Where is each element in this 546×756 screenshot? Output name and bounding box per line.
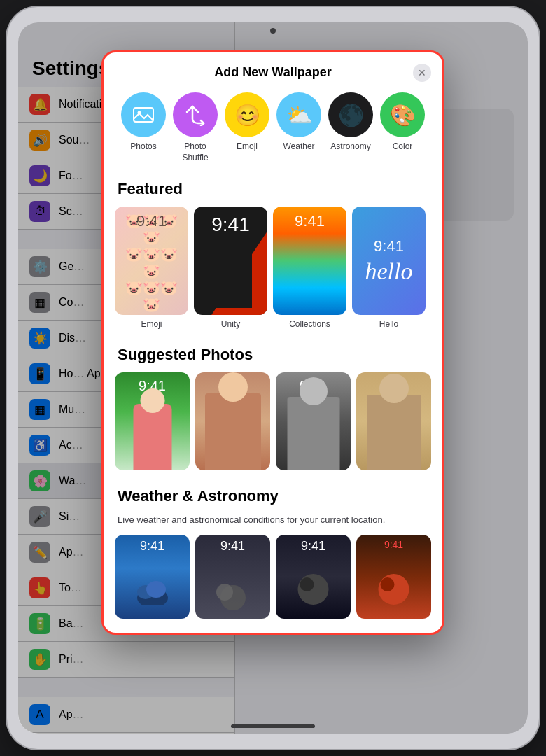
weather-time-3: 9:41: [276, 535, 351, 554]
modal-overlay: Add New Wallpaper ✕ Photos: [18, 22, 528, 734]
color-type-icon: 🎨: [380, 92, 425, 137]
featured-thumb-hello: 9:41 hello: [352, 206, 426, 315]
weather-item-2[interactable]: 9:41: [195, 535, 270, 619]
photo-preview-2: 9:41: [195, 372, 270, 470]
collections-preview: 9:41: [273, 206, 346, 315]
suggested-thumb-3: 9:41: [276, 372, 351, 470]
suggested-thumb-1: 9:41: [115, 372, 190, 470]
featured-thumb-collections: 9:41: [273, 206, 346, 315]
weather-time-2: 9:41: [195, 535, 270, 554]
featured-thumb-unity: 9:41: [194, 206, 267, 315]
weather-type-label: Weather: [283, 141, 314, 153]
weather-item-1[interactable]: 9:41: [115, 535, 190, 619]
modal-title: Add New Wallpaper: [214, 65, 331, 80]
svg-point-10: [380, 578, 394, 592]
hello-preview: 9:41 hello: [352, 206, 426, 315]
weather-section-title: Weather & Astronomy: [104, 482, 442, 514]
weather-item-3[interactable]: 9:41: [276, 535, 351, 619]
wallpaper-type-photo-shuffle[interactable]: PhotoShuffle: [173, 92, 218, 163]
featured-label-unity: Unity: [221, 319, 240, 329]
unity-wallpaper-preview: 9:41: [194, 206, 267, 315]
featured-label-emoji: Emoji: [141, 319, 162, 329]
astronomy-type-icon: 🌑: [328, 92, 373, 137]
featured-thumb-emoji: 🐷🐷🐷🐷🐷🐷🐷🐷🐷🐷🐷🐷🐷🐷🐷🐷🐷🐷🐷🐷 9:41: [115, 206, 188, 315]
suggested-item-1[interactable]: 9:41: [115, 372, 190, 470]
suggested-grid: 9:41 9:41: [104, 372, 442, 482]
camera-dot: [270, 28, 276, 34]
wallpaper-type-color[interactable]: 🎨 Color: [380, 92, 425, 163]
weather-preview-3: 9:41: [276, 535, 351, 619]
add-wallpaper-modal: Add New Wallpaper ✕ Photos: [102, 50, 444, 635]
weather-thumb-3: 9:41: [276, 535, 351, 619]
ipad-screen: Settings 🔔 Notifications 🔊 Sou… 🌙 Fo…: [18, 22, 528, 734]
suggested-thumb-2: 9:41: [195, 372, 270, 470]
wallpaper-types: Photos PhotoShuffle 😊 Emoji ⛅ We: [104, 85, 442, 174]
svg-point-4: [146, 581, 166, 598]
weather-preview-2: 9:41: [195, 535, 270, 619]
weather-thumb-1: 9:41: [115, 535, 190, 619]
hello-time: 9:41: [374, 237, 404, 255]
featured-item-collections[interactable]: 9:41 Collections: [273, 206, 346, 329]
unity-time: 9:41: [194, 214, 267, 236]
modal-header: Add New Wallpaper ✕: [104, 52, 442, 85]
featured-item-emoji[interactable]: 🐷🐷🐷🐷🐷🐷🐷🐷🐷🐷🐷🐷🐷🐷🐷🐷🐷🐷🐷🐷 9:41 Emoji: [115, 206, 188, 329]
astronomy-type-label: Astronomy: [330, 141, 370, 153]
modal-close-button[interactable]: ✕: [413, 64, 431, 82]
weather-grid: 9:41 9:41: [104, 535, 442, 633]
photos-type-label: Photos: [130, 141, 156, 153]
wallpaper-type-emoji[interactable]: 😊 Emoji: [225, 92, 270, 163]
weather-subtitle: Live weather and astronomical conditions…: [104, 514, 442, 535]
home-indicator: [231, 724, 315, 728]
photo-preview-4: 9:41: [356, 372, 431, 470]
color-type-label: Color: [393, 141, 413, 153]
hello-text: hello: [365, 258, 413, 285]
suggested-item-2[interactable]: 9:41: [195, 372, 270, 470]
weather-time-4: 9:41: [356, 535, 431, 550]
photo-preview-3: 9:41: [276, 372, 351, 470]
weather-preview-1: 9:41: [115, 535, 190, 619]
emoji-type-icon: 😊: [225, 92, 270, 137]
svg-point-8: [300, 578, 314, 592]
suggested-thumb-4: 9:41: [356, 372, 431, 470]
ipad-frame: Settings 🔔 Notifications 🔊 Sou… 🌙 Fo…: [7, 7, 539, 749]
weather-thumb-2: 9:41: [195, 535, 270, 619]
featured-item-unity[interactable]: 9:41 Unity: [194, 206, 267, 329]
emoji-type-label: Emoji: [237, 141, 258, 153]
weather-thumb-4: 9:41: [356, 535, 431, 619]
weather-type-icon: ⛅: [276, 92, 321, 137]
photo-preview-1: 9:41: [115, 372, 190, 470]
photos-type-icon: [121, 92, 166, 137]
featured-grid: 🐷🐷🐷🐷🐷🐷🐷🐷🐷🐷🐷🐷🐷🐷🐷🐷🐷🐷🐷🐷 9:41 Emoji: [104, 206, 442, 340]
featured-label-collections: Collections: [289, 319, 330, 329]
featured-section-title: Featured: [104, 174, 442, 206]
suggested-item-4[interactable]: 9:41: [356, 372, 431, 470]
weather-item-4[interactable]: 9:41: [356, 535, 431, 619]
svg-point-6: [216, 584, 233, 601]
suggested-section-title: Suggested Photos: [104, 340, 442, 372]
featured-label-hello: Hello: [379, 319, 398, 329]
wallpaper-type-weather[interactable]: ⛅ Weather: [276, 92, 321, 163]
wallpaper-type-astronomy[interactable]: 🌑 Astronomy: [328, 92, 373, 163]
weather-time-1: 9:41: [115, 535, 190, 554]
photo-shuffle-type-label: PhotoShuffle: [182, 141, 208, 163]
suggested-item-3[interactable]: 9:41: [276, 372, 351, 470]
photo-shuffle-type-icon: [173, 92, 218, 137]
weather-preview-4: 9:41: [356, 535, 431, 619]
emoji-wallpaper-preview: 🐷🐷🐷🐷🐷🐷🐷🐷🐷🐷🐷🐷🐷🐷🐷🐷🐷🐷🐷🐷 9:41: [115, 206, 188, 315]
wallpaper-type-photos[interactable]: Photos: [121, 92, 166, 163]
svg-rect-0: [134, 108, 153, 122]
featured-item-hello[interactable]: 9:41 hello Hello: [352, 206, 426, 329]
